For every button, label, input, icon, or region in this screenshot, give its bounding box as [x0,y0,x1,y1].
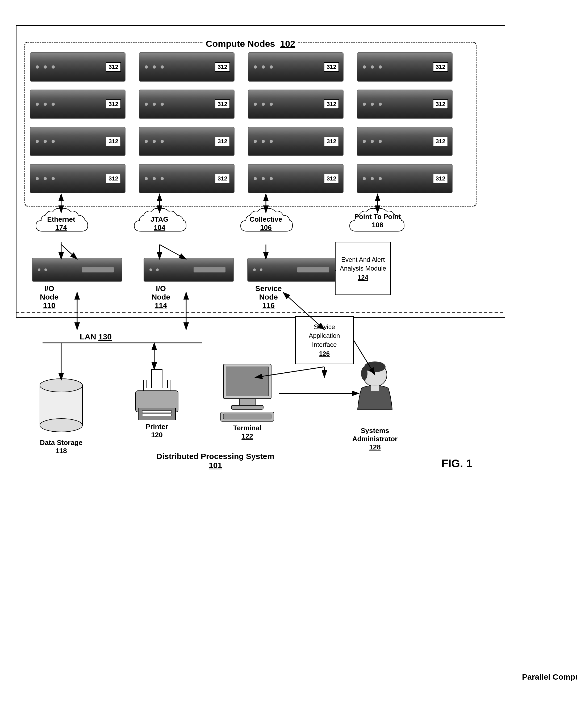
compute-node-12: 312 [357,127,453,156]
compute-node-8: 312 [357,89,453,119]
server-grid: 312 312 312 312 312 312 312 312 312 312 … [24,47,474,204]
server-label-7: 312 [324,99,339,109]
compute-node-10: 312 [139,127,234,156]
compute-node-16: 312 [357,164,453,193]
compute-node-2: 312 [139,52,234,82]
svg-rect-7 [142,411,172,413]
server-label-4: 312 [433,62,448,72]
server-label-5: 312 [106,99,121,109]
server-label-3: 312 [324,62,339,72]
data-storage: Data Storage 118 [37,378,85,437]
server-label-11: 312 [324,137,339,146]
diagram: Compute Nodes 102 312 312 312 312 312 31… [16,10,561,715]
compute-node-15: 312 [248,164,344,193]
compute-node-6: 312 [139,89,234,119]
server-label-8: 312 [433,99,448,109]
compute-node-13: 312 [30,164,126,193]
parallel-computer-label: Parallel Computer 100 [522,671,577,694]
server-label-14: 312 [215,174,230,183]
compute-node-14: 312 [139,164,234,193]
compute-node-3: 312 [248,52,344,82]
lan-label: LAN 130 [80,332,112,341]
compute-node-5: 312 [30,89,126,119]
terminal: Terminal 122 [216,362,279,424]
svg-rect-14 [223,414,271,419]
server-label-12: 312 [433,137,448,146]
ethernet-cloud: Ethernet 174 [32,207,91,243]
jtag-cloud: JTAG 104 [130,207,189,243]
server-label-16: 312 [433,174,448,183]
server-label-1: 312 [106,62,121,72]
server-label-2: 312 [215,62,230,72]
compute-node-1: 312 [30,52,126,82]
compute-node-7: 312 [248,89,344,119]
svg-rect-8 [142,414,172,416]
svg-rect-12 [231,405,263,409]
svg-marker-4 [144,369,170,391]
sai-box: Service Application Interface 126 [295,316,354,364]
event-alert-box: Event And Alert Analysis Module 124 [335,242,391,295]
fig-label: FIG. 1 [442,457,473,470]
compute-node-9: 312 [30,127,126,156]
svg-point-16 [364,362,385,372]
collective-cloud: Collective 106 [237,207,295,243]
systems-administrator: Systems Administrator 128 [348,362,402,426]
svg-point-17 [361,367,368,380]
server-label-13: 312 [106,174,121,183]
svg-rect-10 [226,367,269,396]
compute-node-4: 312 [357,52,453,82]
svg-rect-11 [239,399,255,405]
compute-node-11: 312 [248,127,344,156]
svg-rect-18 [371,385,379,391]
svg-point-3 [40,379,82,392]
server-label-9: 312 [106,137,121,146]
server-label-6: 312 [215,99,230,109]
svg-point-2 [40,419,82,432]
server-label-10: 312 [215,137,230,146]
printer: Printer 120 [130,367,183,421]
dps-label: Distributed Processing System 101 [122,452,308,470]
server-label-15: 312 [324,174,339,183]
point-to-point-cloud: Point To Point 108 [346,207,409,243]
